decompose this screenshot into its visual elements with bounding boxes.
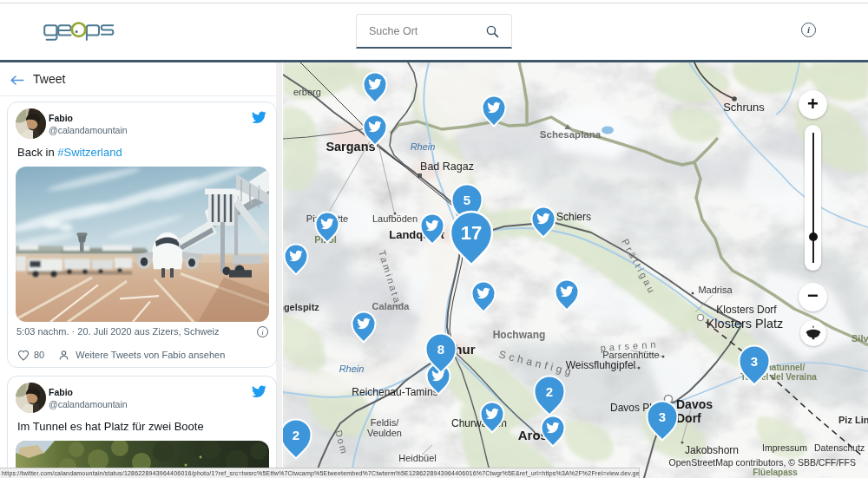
svg-text:17: 17 <box>461 222 482 244</box>
svg-text:Schruns: Schruns <box>723 101 765 114</box>
svg-text:Rhein: Rhein <box>339 363 365 374</box>
svg-text:Dorf: Dorf <box>676 411 701 425</box>
svg-text:Laufböden: Laufböden <box>372 213 418 224</box>
svg-text:Hochwang: Hochwang <box>493 329 546 341</box>
svg-text:Davos Pl: Davos Pl <box>610 402 652 414</box>
svg-text:3: 3 <box>659 409 666 424</box>
svg-text:5: 5 <box>464 193 470 207</box>
svg-text:Weissfluhgipfel: Weissfluhgipfel <box>566 359 635 371</box>
svg-text:Davos: Davos <box>676 397 713 411</box>
svg-text:Heidbüel: Heidbüel <box>398 453 436 463</box>
svg-text:Schesaplana: Schesaplana <box>540 129 602 140</box>
svg-text:Madrisa: Madrisa <box>698 285 733 295</box>
svg-text:Calanda: Calanda <box>372 301 411 311</box>
svg-text:Datenschutz: Datenschutz <box>814 442 865 453</box>
svg-text:Veulden: Veulden <box>367 428 402 438</box>
svg-text:erberg: erberg <box>293 87 321 97</box>
svg-text:Sargans: Sargans <box>326 140 375 154</box>
svg-text:Impressum: Impressum <box>762 442 807 453</box>
svg-text:Bad Ragaz: Bad Ragaz <box>420 160 474 173</box>
svg-text:Flüelapass: Flüelapass <box>753 468 798 477</box>
svg-text:Rhein: Rhein <box>411 141 436 152</box>
svg-text:3: 3 <box>751 354 758 369</box>
svg-text:Feldis/: Feldis/ <box>371 417 399 428</box>
svg-text:Piz Linar: Piz Linar <box>838 415 868 425</box>
svg-text:Silvret: Silvret <box>852 333 868 344</box>
svg-text:2: 2 <box>546 384 553 399</box>
svg-text:ngelspitz: ngelspitz <box>283 302 319 312</box>
svg-text:Klosters Dorf: Klosters Dorf <box>716 304 777 316</box>
svg-text:Klosters Platz: Klosters Platz <box>707 317 784 331</box>
svg-text:Schiers: Schiers <box>556 211 591 223</box>
svg-text:Jakobshorn: Jakobshorn <box>685 444 739 456</box>
svg-text:2: 2 <box>293 428 299 442</box>
svg-text:8: 8 <box>437 342 444 357</box>
svg-text:Reichenau-Tamins: Reichenau-Tamins <box>352 386 437 398</box>
svg-text:OpenStreetMap contributors, ©: OpenStreetMap contributors, © SBB/CFF/FF… <box>669 457 856 468</box>
